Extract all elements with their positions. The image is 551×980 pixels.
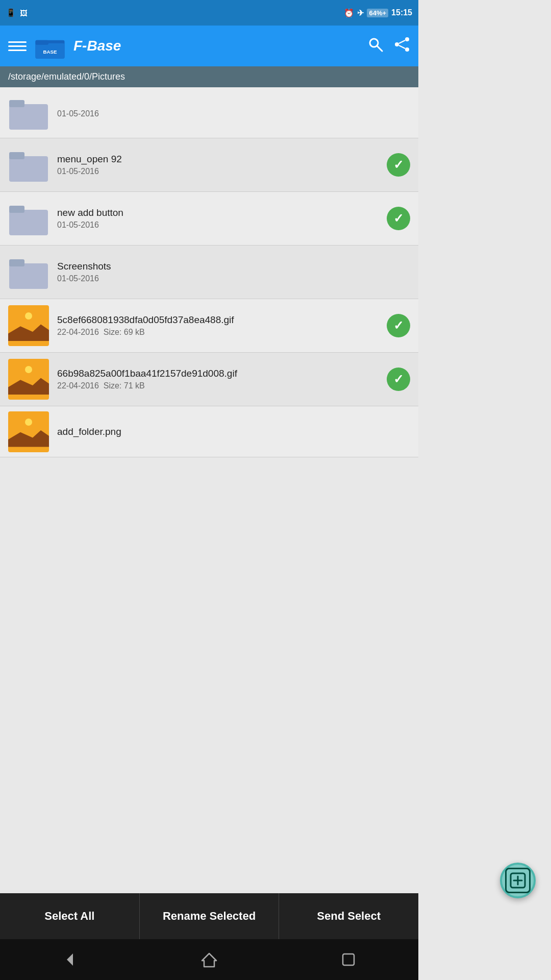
status-right-icons: ⏰ ✈ 64%+ 15:15 bbox=[344, 8, 412, 18]
app-title: F-Base bbox=[73, 38, 359, 54]
svg-rect-14 bbox=[9, 152, 24, 159]
svg-rect-2 bbox=[36, 40, 49, 45]
svg-rect-16 bbox=[9, 206, 24, 213]
svg-point-6 bbox=[405, 37, 409, 41]
svg-line-10 bbox=[399, 45, 405, 48]
svg-rect-12 bbox=[9, 100, 24, 107]
file-date: 01-05-2016 bbox=[57, 167, 382, 176]
svg-marker-22 bbox=[67, 953, 73, 966]
list-item[interactable]: menu_open 92 01-05-2016 bbox=[0, 138, 418, 192]
home-button[interactable] bbox=[194, 944, 224, 975]
file-info: new add button 01-05-2016 bbox=[57, 207, 382, 230]
battery-indicator: 64%+ bbox=[367, 9, 388, 17]
file-name: 66b98a825a00f1baa41f2157de91d008.gif bbox=[57, 368, 382, 379]
svg-rect-18 bbox=[9, 259, 24, 266]
file-info: 66b98a825a00f1baa41f2157de91d008.gif 22-… bbox=[57, 368, 382, 390]
send-select-button[interactable]: Send Select bbox=[279, 893, 418, 939]
app-bar-actions bbox=[367, 36, 410, 56]
file-date: 01-05-2016 bbox=[57, 274, 382, 283]
navigation-bar bbox=[0, 939, 418, 980]
file-info: add_folder.png bbox=[57, 426, 382, 437]
list-item[interactable]: 01-05-2016 bbox=[0, 87, 418, 138]
svg-rect-17 bbox=[9, 263, 48, 289]
selected-check bbox=[387, 153, 410, 177]
svg-rect-11 bbox=[9, 104, 48, 130]
svg-line-5 bbox=[377, 46, 382, 51]
selected-check bbox=[387, 207, 410, 230]
status-left-icons: 📱 🖼 bbox=[6, 8, 28, 17]
list-item[interactable]: 66b98a825a00f1baa41f2157de91d008.gif 22-… bbox=[0, 353, 418, 406]
folder-icon bbox=[8, 144, 49, 185]
rename-selected-button[interactable]: Rename Selected bbox=[140, 893, 280, 939]
svg-rect-24 bbox=[343, 954, 354, 965]
file-meta: 22-04-2016 Size: 71 kB bbox=[57, 381, 382, 390]
svg-line-9 bbox=[399, 40, 405, 43]
folder-icon bbox=[8, 198, 49, 239]
selected-check bbox=[387, 368, 410, 391]
share-button[interactable] bbox=[394, 36, 410, 56]
search-button[interactable] bbox=[367, 36, 384, 56]
file-list: 01-05-2016 menu_open 92 01-05-2016 new a… bbox=[0, 87, 418, 893]
recent-button[interactable] bbox=[333, 944, 364, 975]
svg-text:BASE: BASE bbox=[43, 49, 57, 55]
no-check bbox=[387, 420, 410, 444]
folder-icon bbox=[8, 252, 49, 292]
select-all-button[interactable]: Select All bbox=[0, 893, 140, 939]
file-name: menu_open 92 bbox=[57, 154, 382, 165]
app-logo: BASE bbox=[35, 31, 65, 61]
image-thumbnail bbox=[8, 359, 49, 400]
file-info: Screenshots 01-05-2016 bbox=[57, 261, 382, 283]
folder-icon bbox=[8, 92, 49, 133]
file-info: 5c8ef668081938dfa0d05fd37a8ea488.gif 22-… bbox=[57, 314, 382, 337]
airplane-icon: ✈ bbox=[357, 8, 364, 18]
alarm-icon: ⏰ bbox=[344, 8, 354, 18]
image-icon: 🖼 bbox=[20, 9, 28, 17]
file-name: 5c8ef668081938dfa0d05fd37a8ea488.gif bbox=[57, 314, 382, 326]
file-name: add_folder.png bbox=[57, 426, 382, 437]
selected-check bbox=[387, 314, 410, 337]
phone-icon: 📱 bbox=[6, 8, 16, 17]
svg-rect-13 bbox=[9, 156, 48, 182]
file-name: Screenshots bbox=[57, 261, 382, 272]
file-date: 01-05-2016 bbox=[57, 109, 382, 118]
status-bar: 📱 🖼 ⏰ ✈ 64%+ 15:15 bbox=[0, 0, 418, 26]
svg-point-7 bbox=[395, 42, 399, 46]
app-bar: BASE F-Base bbox=[0, 26, 418, 66]
svg-point-8 bbox=[405, 47, 409, 52]
current-path: /storage/emulated/0/Pictures bbox=[8, 71, 125, 82]
file-meta: 22-04-2016 Size: 69 kB bbox=[57, 328, 382, 337]
path-bar: /storage/emulated/0/Pictures bbox=[0, 66, 418, 87]
bottom-action-bar: Select All Rename Selected Send Select bbox=[0, 893, 418, 939]
file-date: 01-05-2016 bbox=[57, 220, 382, 230]
list-item[interactable]: new add button 01-05-2016 bbox=[0, 192, 418, 246]
image-thumbnail bbox=[8, 411, 49, 452]
list-item[interactable]: Screenshots 01-05-2016 bbox=[0, 246, 418, 299]
file-info: 01-05-2016 bbox=[57, 107, 382, 118]
list-item[interactable]: add_folder.png bbox=[0, 406, 418, 457]
svg-rect-15 bbox=[9, 210, 48, 235]
battery-level: 64% bbox=[369, 9, 382, 17]
file-name: new add button bbox=[57, 207, 382, 218]
image-thumbnail bbox=[8, 305, 49, 346]
file-info: menu_open 92 01-05-2016 bbox=[57, 154, 382, 176]
svg-marker-23 bbox=[202, 953, 216, 967]
time-display: 15:15 bbox=[391, 8, 412, 17]
no-check bbox=[387, 260, 410, 284]
back-button[interactable] bbox=[55, 944, 85, 975]
no-check bbox=[387, 101, 410, 125]
menu-button[interactable] bbox=[8, 37, 27, 55]
list-item[interactable]: 5c8ef668081938dfa0d05fd37a8ea488.gif 22-… bbox=[0, 299, 418, 353]
